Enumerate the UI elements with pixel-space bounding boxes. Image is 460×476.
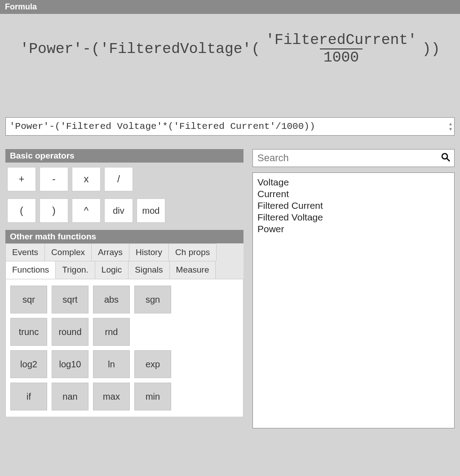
tab-history[interactable]: History <box>129 243 169 261</box>
list-item[interactable]: Filtered Current <box>257 200 450 212</box>
formula-rendered: 'Power'-('FilteredVoltage'( 'FilteredCur… <box>20 32 440 66</box>
tabs-row-2: Functions Trigon. Logic Signals Measure <box>5 261 243 279</box>
search-container <box>252 149 455 167</box>
functions-panel: sqr sqrt abs sgn trunc round rnd log2 lo… <box>5 279 243 417</box>
tab-logic[interactable]: Logic <box>95 261 128 279</box>
fn-sqrt-button[interactable]: sqrt <box>52 286 88 313</box>
op-div-button[interactable]: / <box>104 167 133 191</box>
formula-input[interactable] <box>5 117 455 136</box>
fn-min-button[interactable]: min <box>134 383 171 410</box>
fn-max-button[interactable]: max <box>93 383 130 410</box>
fn-rnd-button[interactable]: rnd <box>93 318 130 346</box>
spinner-up-icon[interactable]: ▲ <box>448 122 453 126</box>
tab-signals[interactable]: Signals <box>128 261 169 279</box>
op-add-button[interactable]: + <box>7 167 36 191</box>
operators-header: Basic operators <box>5 149 243 163</box>
spinner-down-icon[interactable]: ▼ <box>448 127 453 132</box>
fn-ln-button[interactable]: ln <box>93 350 130 378</box>
list-item[interactable]: Voltage <box>257 176 450 188</box>
fn-log10-button[interactable]: log10 <box>52 350 88 378</box>
svg-point-0 <box>442 154 447 159</box>
tab-trigon[interactable]: Trigon. <box>55 261 95 279</box>
fn-exp-button[interactable]: exp <box>134 350 171 378</box>
fn-nan-button[interactable]: nan <box>52 383 88 410</box>
tab-chprops[interactable]: Ch props <box>168 243 217 261</box>
fn-trunc-button[interactable]: trunc <box>10 318 47 346</box>
fn-if-button[interactable]: if <box>10 383 47 410</box>
formula-denominator: 1000 <box>320 48 363 66</box>
formula-part-suffix: )) <box>422 41 440 57</box>
op-intdiv-button[interactable]: div <box>104 198 133 223</box>
op-mod-button[interactable]: mod <box>137 198 165 223</box>
fn-sgn-button[interactable]: sgn <box>134 286 171 313</box>
formula-fraction: 'FilteredCurrent' 1000 <box>262 32 420 66</box>
op-pow-button[interactable]: ^ <box>72 198 101 223</box>
formula-part-prefix: 'Power'-('FilteredVoltage'( <box>20 41 261 57</box>
op-rparen-button[interactable]: ) <box>40 198 68 223</box>
fn-round-button[interactable]: round <box>52 318 88 346</box>
formula-input-container: ▲ ▼ <box>5 117 455 136</box>
tab-measure[interactable]: Measure <box>169 261 216 279</box>
fn-sqr-button[interactable]: sqr <box>10 286 47 313</box>
formula-input-spinner[interactable]: ▲ ▼ <box>448 122 453 132</box>
tabs-row-1: Events Complex Arrays History Ch props <box>5 243 243 261</box>
list-item[interactable]: Filtered Voltage <box>257 212 450 223</box>
formula-render-area: 'Power'-('FilteredVoltage'( 'FilteredCur… <box>0 14 460 113</box>
list-item[interactable]: Power <box>257 223 450 235</box>
fn-abs-button[interactable]: abs <box>93 286 130 313</box>
svg-line-1 <box>447 159 450 161</box>
functions-header: Other math functions <box>5 230 243 243</box>
search-icon[interactable] <box>441 153 450 163</box>
tab-complex[interactable]: Complex <box>44 243 92 261</box>
operators-grid: + - x / ( ) ^ div mod <box>5 163 243 230</box>
op-sub-button[interactable]: - <box>40 167 68 191</box>
op-lparen-button[interactable]: ( <box>7 198 36 223</box>
tab-arrays[interactable]: Arrays <box>91 243 129 261</box>
tab-events[interactable]: Events <box>5 243 45 261</box>
search-input[interactable] <box>252 149 455 167</box>
fn-log2-button[interactable]: log2 <box>10 350 47 378</box>
list-item[interactable]: Current <box>257 188 450 200</box>
variable-list[interactable]: Voltage Current Filtered Current Filtere… <box>252 172 455 428</box>
op-mul-button[interactable]: x <box>72 167 101 191</box>
formula-header: Formula <box>0 0 460 14</box>
formula-numerator: 'FilteredCurrent' <box>262 32 420 48</box>
tab-functions[interactable]: Functions <box>5 261 56 279</box>
